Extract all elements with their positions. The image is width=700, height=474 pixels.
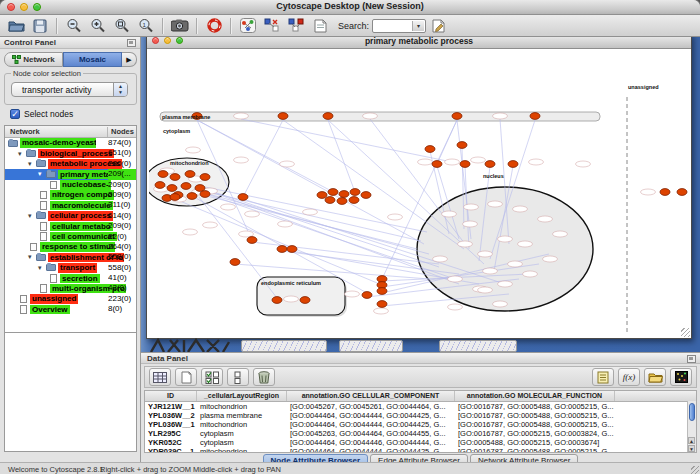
node-label-oval[interactable]: [463, 221, 478, 227]
graph-node[interactable]: [317, 192, 327, 199]
graph-node[interactable]: [508, 161, 518, 168]
tree-row[interactable]: unassigned223(0): [5, 294, 136, 304]
node-label-oval[interactable]: [363, 113, 378, 119]
node-label-oval[interactable]: [239, 231, 254, 237]
tree-row[interactable]: macromolecule311(0): [5, 200, 136, 210]
graph-node[interactable]: [158, 171, 168, 178]
node-label-oval[interactable]: [538, 216, 553, 222]
node-label-oval[interactable]: [498, 281, 513, 287]
node-label-oval[interactable]: [345, 291, 360, 297]
graph-node[interactable]: [452, 113, 462, 120]
attribute-table-button[interactable]: [149, 368, 171, 386]
node-label-oval[interactable]: [641, 189, 656, 195]
node-label-oval[interactable]: [498, 236, 513, 242]
tab-network[interactable]: Network: [4, 52, 63, 67]
table-row[interactable]: YPL036W__1mitochondrion[GO:0044464, GO:0…: [145, 420, 696, 429]
matrix-button[interactable]: [670, 368, 692, 386]
graph-edge[interactable]: [243, 120, 283, 197]
zoom-out-button[interactable]: [62, 16, 86, 35]
network-window-titlebar[interactable]: primary metabolic process: [147, 37, 691, 49]
expander-icon[interactable]: ▾: [38, 264, 46, 272]
node-label-oval[interactable]: [374, 308, 389, 314]
scrollbar-thumb[interactable]: [689, 403, 695, 421]
tree-row[interactable]: ▾transport558(0): [5, 263, 136, 273]
tree-row[interactable]: cellular metabo209(0): [5, 221, 136, 231]
graph-node[interactable]: [185, 171, 195, 178]
tree-row[interactable]: ▾metabolic process280(0): [5, 159, 136, 169]
node-label-oval[interactable]: [245, 211, 260, 217]
new-attribute-button[interactable]: [175, 368, 197, 386]
zoom-fit-button[interactable]: [110, 16, 134, 35]
node-label-oval[interactable]: [508, 261, 523, 267]
attribute-editor-button[interactable]: [426, 16, 450, 35]
tree-row[interactable]: Overview8(0): [5, 304, 136, 314]
tree-row[interactable]: multi-organism pro42(0): [5, 283, 136, 293]
window-resize-grip[interactable]: [681, 328, 690, 337]
graph-node[interactable]: [530, 113, 540, 120]
node-color-combobox[interactable]: transporter activity ▲▼: [11, 82, 128, 97]
node-label-oval[interactable]: [280, 161, 295, 167]
nucleus-region[interactable]: [417, 187, 593, 311]
graph-edge[interactable]: [370, 119, 465, 244]
graph-edge[interactable]: [199, 194, 417, 249]
expander-icon[interactable]: ▾: [28, 212, 36, 220]
tree-row[interactable]: nucleobase-209(0): [5, 180, 136, 190]
notepad-button[interactable]: [592, 368, 614, 386]
tree-row[interactable]: secretion41(0): [5, 273, 136, 283]
tree-row[interactable]: ▾biological_process651(0): [5, 148, 136, 158]
function-builder-button[interactable]: f(x): [618, 368, 640, 386]
save-session-button[interactable]: [28, 16, 52, 35]
float-panel-icon[interactable]: [127, 39, 136, 47]
graph-node[interactable]: [339, 191, 349, 198]
combobox-stepper-icon[interactable]: ▲▼: [113, 83, 127, 96]
node-label-oval[interactable]: [388, 214, 403, 220]
table-column-header[interactable]: annotation.GO CELLULAR_COMPONENT: [287, 391, 455, 401]
graph-node[interactable]: [660, 189, 670, 196]
graph-node[interactable]: [349, 197, 359, 204]
graph-edge[interactable]: [328, 120, 355, 192]
snapshot-button[interactable]: [168, 16, 192, 35]
node-label-oval[interactable]: [553, 231, 568, 237]
node-label-oval[interactable]: [576, 161, 591, 167]
graph-node[interactable]: [350, 189, 360, 196]
node-label-oval[interactable]: [523, 271, 538, 277]
graph-node[interactable]: [230, 259, 240, 266]
select-attributes-button[interactable]: [201, 368, 223, 386]
graph-node[interactable]: [325, 197, 335, 204]
graph-node[interactable]: [337, 198, 347, 205]
table-row[interactable]: YJR121W__1mitochondrion[GO:0045267, GO:0…: [145, 402, 696, 411]
node-label-oval[interactable]: [433, 256, 448, 262]
graph-node[interactable]: [200, 191, 210, 198]
graph-node[interactable]: [167, 185, 177, 192]
graph-node[interactable]: [361, 192, 371, 199]
graph-node[interactable]: [247, 237, 257, 244]
help-button[interactable]: [202, 16, 226, 35]
table-scrollbar[interactable]: ▲ ▼: [687, 401, 696, 453]
graph-node[interactable]: [155, 182, 165, 189]
node-label-oval[interactable]: [543, 256, 558, 262]
node-label-oval[interactable]: [442, 211, 457, 217]
node-label-oval[interactable]: [478, 287, 493, 293]
scroll-down-icon[interactable]: ▼: [688, 445, 695, 452]
tree-row[interactable]: response to stimul264(0): [5, 242, 136, 252]
graph-edge[interactable]: [175, 199, 382, 285]
network-window[interactable]: primary metabolic process plasma membran…: [146, 37, 692, 339]
graph-node[interactable]: [170, 174, 180, 181]
more-tabs-button[interactable]: ▶: [122, 52, 137, 67]
node-label-oval[interactable]: [493, 113, 508, 119]
tree-header-nodes[interactable]: Nodes: [107, 127, 134, 137]
graph-node[interactable]: [187, 193, 197, 200]
expander-icon[interactable]: ▾: [18, 150, 26, 158]
expander-icon[interactable]: ▾: [38, 170, 46, 178]
graph-node[interactable]: [278, 113, 288, 120]
tree-row[interactable]: ▾primary metabo209(...: [5, 169, 136, 179]
birds-eye-view[interactable]: [4, 332, 137, 452]
node-label-oval[interactable]: [458, 241, 473, 247]
table-row[interactable]: YPL036W__2plasma membrane[GO:0044464, GO…: [145, 411, 696, 420]
node-label-oval[interactable]: [445, 159, 460, 165]
search-dropdown-arrow[interactable]: ▾: [412, 21, 424, 31]
open-session-button[interactable]: [4, 16, 28, 35]
graph-node[interactable]: [460, 161, 470, 168]
minimized-window[interactable]: [339, 340, 403, 352]
table-row[interactable]: YDR039C__1mitochondrion[GO:0044464, GO:0…: [145, 447, 696, 453]
